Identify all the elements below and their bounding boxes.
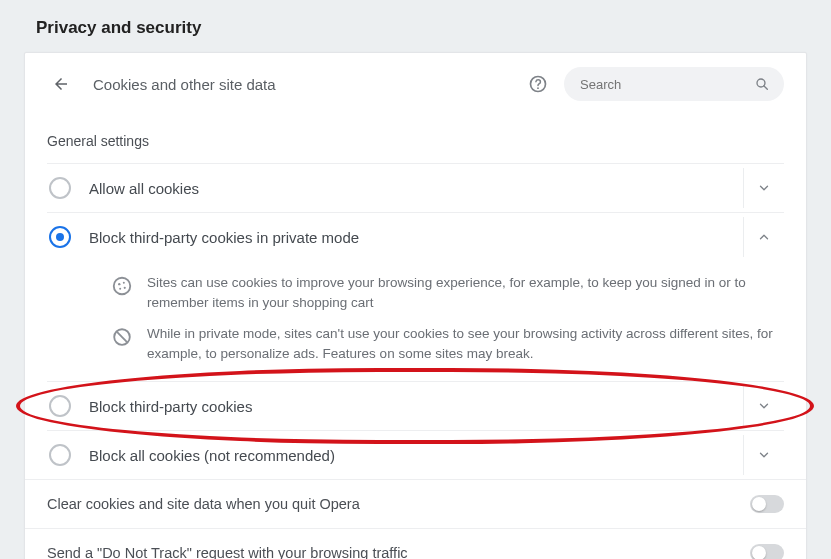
general-settings-section: General settings Allow all cookies Block…	[25, 113, 806, 479]
switch-do-not-track[interactable]	[750, 544, 784, 559]
switch-clear-on-quit[interactable]	[750, 495, 784, 513]
chevron-down-icon[interactable]	[757, 399, 771, 413]
svg-point-5	[118, 283, 120, 285]
svg-point-6	[123, 282, 125, 284]
search-icon	[754, 76, 770, 92]
help-button[interactable]	[524, 70, 552, 98]
back-button[interactable]	[47, 70, 75, 98]
search-input[interactable]	[578, 76, 754, 93]
info-text: While in private mode, sites can't use y…	[147, 324, 784, 363]
radio-block-third-party-private[interactable]	[49, 226, 71, 248]
chevron-up-icon[interactable]	[757, 230, 771, 244]
section-title-general: General settings	[47, 133, 784, 149]
help-circle-icon	[528, 74, 548, 94]
page-title: Privacy and security	[0, 0, 831, 52]
arrow-left-icon	[52, 75, 70, 93]
toggle-label: Send a "Do Not Track" request with your …	[47, 545, 750, 559]
card-header: Cookies and other site data	[25, 53, 806, 113]
option-label: Block third-party cookies	[89, 398, 735, 415]
option-block-all-cookies[interactable]: Block all cookies (not recommended)	[47, 430, 784, 479]
option-details: Sites can use cookies to improve your br…	[47, 273, 784, 381]
toggle-clear-on-quit[interactable]: Clear cookies and site data when you qui…	[25, 479, 806, 528]
option-label: Allow all cookies	[89, 180, 735, 197]
block-icon	[111, 326, 133, 348]
option-label: Block third-party cookies in private mod…	[89, 229, 735, 246]
svg-line-3	[764, 86, 767, 89]
toggle-label: Clear cookies and site data when you qui…	[47, 496, 750, 512]
cookie-icon	[111, 275, 133, 297]
option-block-third-party[interactable]: Block third-party cookies	[47, 381, 784, 430]
settings-card: Cookies and other site data General sett…	[24, 52, 807, 559]
chevron-down-icon[interactable]	[757, 181, 771, 195]
toggle-do-not-track[interactable]: Send a "Do Not Track" request with your …	[25, 528, 806, 559]
svg-point-8	[119, 288, 121, 290]
option-block-third-party-private[interactable]: Block third-party cookies in private mod…	[47, 212, 784, 261]
option-label: Block all cookies (not recommended)	[89, 447, 735, 464]
option-allow-all-cookies[interactable]: Allow all cookies	[47, 163, 784, 212]
svg-point-1	[537, 87, 539, 89]
svg-point-7	[124, 287, 126, 289]
svg-point-4	[114, 278, 131, 295]
radio-block-third-party[interactable]	[49, 395, 71, 417]
chevron-down-icon[interactable]	[757, 448, 771, 462]
search-field[interactable]	[564, 67, 784, 101]
breadcrumb: Cookies and other site data	[93, 76, 524, 93]
radio-block-all-cookies[interactable]	[49, 444, 71, 466]
radio-allow-all-cookies[interactable]	[49, 177, 71, 199]
info-text: Sites can use cookies to improve your br…	[147, 273, 784, 312]
svg-line-10	[117, 332, 127, 342]
